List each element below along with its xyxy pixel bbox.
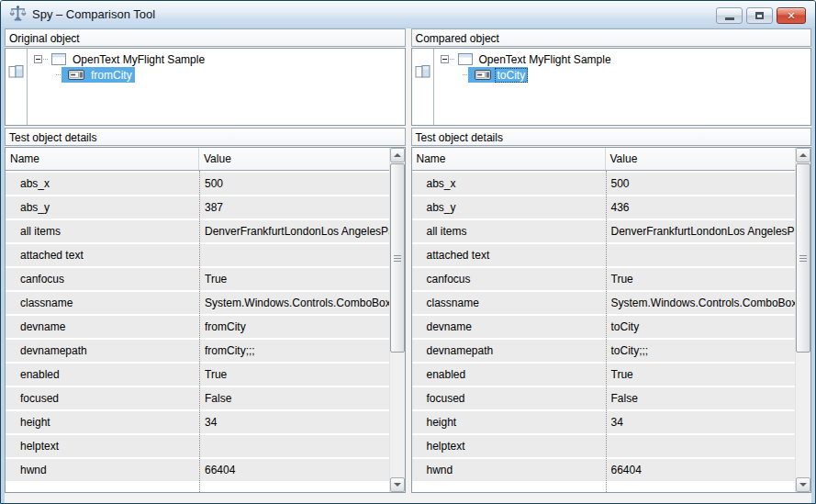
property-value xyxy=(199,435,389,457)
property-value: 387 xyxy=(199,196,389,218)
table-row[interactable]: devnamepathfromCity;;; xyxy=(6,340,389,362)
table-row[interactable]: attached text xyxy=(412,244,796,266)
table-body: abs_x500 abs_y387 all itemsDenverFrankfu… xyxy=(6,171,389,492)
table-row[interactable]: attached text xyxy=(6,244,389,266)
compared-tree-marker-strip xyxy=(412,49,434,125)
scrollbar-track[interactable] xyxy=(390,353,405,477)
property-name: helptext xyxy=(412,435,606,457)
titlebar[interactable]: Spy – Comparison Tool ✕ xyxy=(1,1,815,27)
table-row[interactable]: enabledTrue xyxy=(412,364,796,386)
property-name: height xyxy=(412,411,606,433)
selected-node[interactable]: toCity xyxy=(468,67,529,83)
compare-pages-icon xyxy=(8,64,24,79)
tree-child-row[interactable]: toCity xyxy=(434,67,811,83)
property-value: toCity xyxy=(606,316,796,338)
vertical-scrollbar[interactable] xyxy=(389,148,405,492)
tree-child-row[interactable]: fromCity xyxy=(28,67,405,83)
original-object-panel: Original object xyxy=(5,28,406,493)
thumb-gripper-icon xyxy=(799,258,807,259)
minimize-button[interactable] xyxy=(716,7,743,24)
table-row[interactable]: devnamefromCity xyxy=(6,316,389,338)
table-row[interactable]: abs_x500 xyxy=(412,173,796,195)
scroll-down-button[interactable] xyxy=(390,477,405,492)
compared-object-tree: OpenText MyFlight Sample toCity xyxy=(411,48,812,126)
table-row[interactable]: helptext xyxy=(412,435,796,457)
tree-root-row[interactable]: OpenText MyFlight Sample xyxy=(28,51,405,67)
original-tree-marker-strip xyxy=(6,49,28,125)
scroll-down-button[interactable] xyxy=(796,477,810,492)
vertical-scrollbar[interactable] xyxy=(795,148,810,492)
tree-content: OpenText MyFlight Sample toCity xyxy=(434,49,811,125)
close-button[interactable]: ✕ xyxy=(777,7,806,24)
column-header-name[interactable]: Name xyxy=(6,148,199,170)
table-row[interactable]: canfocusTrue xyxy=(6,268,389,290)
scrollbar-thumb[interactable] xyxy=(796,163,810,353)
details-header: Test object details xyxy=(411,128,812,146)
table-row[interactable]: devnametoCity xyxy=(412,316,796,338)
tree-root-row[interactable]: OpenText MyFlight Sample xyxy=(434,51,811,67)
property-name: attached text xyxy=(6,244,199,266)
property-name: hwnd xyxy=(412,459,606,481)
property-name: all items xyxy=(6,220,199,242)
column-header-value[interactable]: Value xyxy=(606,148,796,170)
property-name: focused xyxy=(412,387,606,409)
window-title: Spy – Comparison Tool xyxy=(32,7,155,21)
property-value: System.Windows.Controls.ComboBox xyxy=(199,292,389,314)
details-table: Name Value abs_x500 abs_y387 all itemsDe… xyxy=(5,147,406,493)
property-name: devname xyxy=(6,316,199,338)
table-row[interactable]: classnameSystem.Windows.Controls.ComboBo… xyxy=(412,292,796,314)
property-value: True xyxy=(606,364,796,386)
tree-root-label: OpenText MyFlight Sample xyxy=(70,52,207,67)
triangle-down-icon xyxy=(799,483,807,487)
selected-node[interactable]: fromCity xyxy=(61,67,135,83)
property-name: classname xyxy=(6,292,199,314)
table-row[interactable]: devnamepathtoCity;;; xyxy=(412,340,796,362)
property-name: hwnd xyxy=(6,459,199,481)
tree-child-label: fromCity xyxy=(88,68,135,83)
property-name: height xyxy=(6,411,199,433)
table-row[interactable]: hwnd66404 xyxy=(412,459,796,481)
table-row[interactable]: all itemsDenverFrankfurtLondonLos Angele… xyxy=(412,220,796,242)
tree-connector xyxy=(450,59,454,60)
table-row[interactable]: helptext xyxy=(6,435,389,457)
column-header-name[interactable]: Name xyxy=(412,148,606,170)
column-header-value[interactable]: Value xyxy=(199,148,389,170)
table-row[interactable]: all itemsDenverFrankfurtLondonLos Angele… xyxy=(6,220,389,242)
table-row[interactable]: hwnd66404 xyxy=(6,459,389,481)
property-name: devnamepath xyxy=(412,340,606,362)
property-value: 436 xyxy=(606,196,796,218)
property-value: False xyxy=(199,387,389,409)
scrollbar-track[interactable] xyxy=(796,353,810,477)
collapse-expander-icon[interactable] xyxy=(34,55,42,63)
property-name: devnamepath xyxy=(6,340,199,362)
table-row[interactable]: focusedFalse xyxy=(412,387,796,409)
maximize-button[interactable] xyxy=(746,7,773,24)
property-value: 500 xyxy=(199,173,389,195)
window-icon xyxy=(458,53,473,65)
property-name: canfocus xyxy=(412,268,606,290)
property-name: abs_y xyxy=(6,196,199,218)
compare-pages-icon xyxy=(415,64,430,79)
table-row[interactable]: height34 xyxy=(412,411,796,433)
table-header-row: Name Value xyxy=(412,148,796,171)
property-name: devname xyxy=(412,316,606,338)
scroll-up-button[interactable] xyxy=(796,148,810,162)
original-object-tree: OpenText MyFlight Sample xyxy=(5,48,406,126)
table-row[interactable]: focusedFalse xyxy=(6,387,389,409)
scroll-up-button[interactable] xyxy=(390,148,405,162)
compared-object-panel: Compared object xyxy=(411,28,812,493)
table-row[interactable]: abs_y436 xyxy=(412,196,796,218)
table-row[interactable]: classnameSystem.Windows.Controls.ComboBo… xyxy=(6,292,389,314)
thumb-gripper-icon xyxy=(394,258,401,259)
property-name: enabled xyxy=(412,364,606,386)
scrollbar-thumb[interactable] xyxy=(390,163,405,353)
table-row[interactable]: abs_y387 xyxy=(6,196,389,218)
table-row[interactable]: abs_x500 xyxy=(6,173,389,195)
table-row[interactable]: enabledTrue xyxy=(6,364,389,386)
collapse-expander-icon[interactable] xyxy=(441,55,449,63)
property-value: True xyxy=(606,268,796,290)
table-row[interactable]: height34 xyxy=(6,411,389,433)
property-value: System.Windows.Controls.ComboBox xyxy=(606,292,796,314)
table-row[interactable]: canfocusTrue xyxy=(412,268,796,290)
property-name: abs_x xyxy=(6,173,199,195)
